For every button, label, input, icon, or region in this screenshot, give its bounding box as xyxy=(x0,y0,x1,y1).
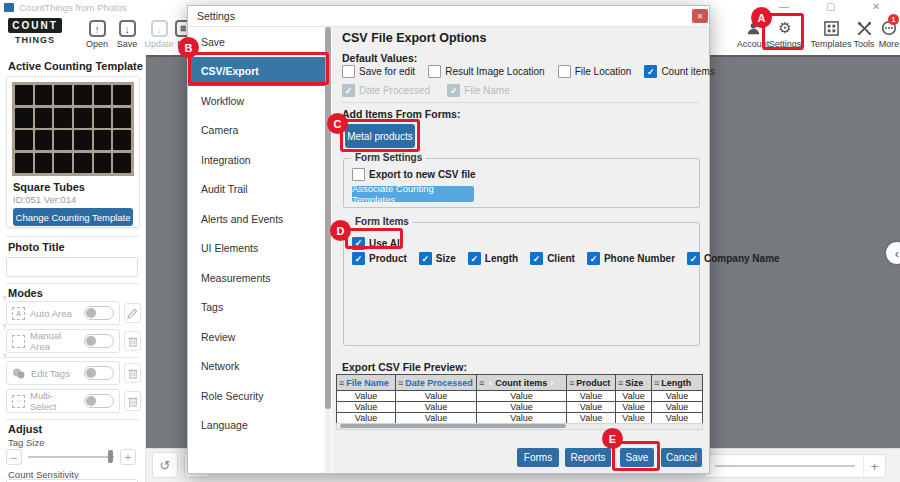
settings-button[interactable]: ⚙ Settings xyxy=(768,19,802,49)
help-icon[interactable]: ? xyxy=(2,352,6,361)
checkbox-icon xyxy=(558,65,571,78)
window-title: CountThings from Photos xyxy=(19,2,127,13)
multi-select-icon: ⁘ xyxy=(12,395,25,408)
checkbox-icon xyxy=(419,252,432,265)
checkbox-phone-number[interactable]: Phone Number xyxy=(587,252,675,265)
column-header-product[interactable]: ≡Product xyxy=(567,375,616,391)
checkbox-product[interactable]: Product xyxy=(352,252,407,265)
column-header-file-name[interactable]: ≡File Name xyxy=(337,375,396,391)
zoom-slider-track[interactable] xyxy=(715,465,855,467)
auto-area-edit-button[interactable] xyxy=(124,303,141,323)
forms-button[interactable]: Forms xyxy=(517,448,559,467)
multi-select-delete-button[interactable] xyxy=(124,391,141,411)
dialog-close-button[interactable]: ✕ xyxy=(692,9,708,23)
csv-preview-table: ≡File Name ≡Date Processed ≡‹Count items… xyxy=(336,374,703,424)
settings-menu-review[interactable]: Review xyxy=(188,322,325,352)
save-label: Save xyxy=(117,39,138,49)
column-menu-icon[interactable]: ≡ xyxy=(398,378,403,388)
undo-button[interactable]: ↺ xyxy=(152,452,178,478)
settings-menu-measurements[interactable]: Measurements xyxy=(188,263,325,293)
multi-select-toggle[interactable] xyxy=(84,394,114,408)
settings-menu-save[interactable]: Save xyxy=(188,27,325,57)
checkbox-date-processed: Date Processed xyxy=(342,84,430,97)
maximize-button[interactable]: ▢ xyxy=(826,1,835,12)
checkbox-use-all[interactable]: Use All xyxy=(352,237,403,250)
account-label: Account xyxy=(737,39,770,49)
tag-size-slider-handle[interactable] xyxy=(108,450,113,463)
modes-title: Modes xyxy=(8,287,43,299)
mode-manual-area[interactable]: Manual Area xyxy=(6,329,120,353)
manual-area-icon xyxy=(12,335,25,348)
checkbox-size[interactable]: Size xyxy=(419,252,456,265)
save-button[interactable]: ↓ Save xyxy=(112,20,142,49)
column-menu-icon[interactable]: ≡ xyxy=(618,378,623,388)
more-label: More xyxy=(879,39,900,49)
change-template-button[interactable]: Change Counting Template xyxy=(13,208,133,226)
default-values-row: Save for edit Result Image Location File… xyxy=(342,65,715,78)
dialog-save-button[interactable]: Save xyxy=(620,448,654,467)
template-name: Square Tubes xyxy=(13,181,133,193)
tools-button[interactable]: Tools xyxy=(850,19,878,49)
settings-menu-workflow[interactable]: Workflow xyxy=(188,86,325,116)
checkbox-result-image-location[interactable]: Result Image Location xyxy=(428,65,545,78)
settings-menu-role-security[interactable]: Role Security xyxy=(188,381,325,411)
mode-auto-area[interactable]: A Auto Area xyxy=(6,301,120,325)
checkbox-icon xyxy=(342,65,355,78)
zoom-slider[interactable]: + xyxy=(704,454,886,478)
column-header-date-processed[interactable]: ≡Date Processed xyxy=(396,375,477,391)
open-button[interactable]: ↑ Open xyxy=(82,20,112,49)
table-row: ValueValueValueValueValueValue xyxy=(337,413,703,424)
zoom-in-button[interactable]: + xyxy=(863,455,885,477)
auto-area-toggle[interactable] xyxy=(84,306,114,320)
manual-area-delete-button[interactable] xyxy=(124,331,141,351)
checkbox-count-items[interactable]: Count items xyxy=(644,65,714,78)
checkbox-file-location[interactable]: File Location xyxy=(558,65,632,78)
column-header-length[interactable]: ≡Length xyxy=(652,375,703,391)
tag-size-minus-button[interactable]: – xyxy=(6,449,22,465)
metal-products-form-button[interactable]: Metal products xyxy=(345,124,415,148)
column-header-size[interactable]: ≡Size xyxy=(616,375,652,391)
tag-size-plus-button[interactable]: + xyxy=(120,449,136,465)
menu-scrollbar-thumb[interactable] xyxy=(325,27,331,409)
settings-menu-language[interactable]: Language xyxy=(188,411,325,441)
minimize-button[interactable]: — xyxy=(779,1,789,12)
settings-menu-audit-trail[interactable]: Audit Trail xyxy=(188,175,325,205)
cancel-button[interactable]: Cancel xyxy=(661,448,702,467)
move-right-icon[interactable]: › xyxy=(550,378,553,388)
column-menu-icon[interactable]: ≡ xyxy=(339,378,344,388)
column-menu-icon[interactable]: ≡ xyxy=(654,378,659,388)
checkbox-export-new-csv[interactable]: Export to new CSV file xyxy=(352,168,476,181)
checkbox-icon xyxy=(530,252,543,265)
settings-menu-ui-elements[interactable]: UI Elements xyxy=(188,234,325,264)
photo-title-input[interactable] xyxy=(6,257,138,277)
trash-icon xyxy=(128,396,138,407)
column-menu-icon[interactable]: ≡ xyxy=(569,378,574,388)
move-left-icon[interactable]: ‹ xyxy=(489,378,492,388)
checkbox-client[interactable]: Client xyxy=(530,252,575,265)
mode-multi-select[interactable]: ⁘ Multi-Select xyxy=(6,389,120,413)
associate-templates-button[interactable]: Associate Counting Templates xyxy=(352,186,474,202)
settings-menu-csv-export[interactable]: CSV/Export xyxy=(188,57,325,87)
table-hscrollbar-thumb[interactable] xyxy=(340,424,566,428)
photo-title-label: Photo Title xyxy=(8,241,65,253)
templates-button[interactable]: Templates xyxy=(810,19,852,49)
settings-menu-camera[interactable]: Camera xyxy=(188,116,325,146)
edit-tags-toggle[interactable] xyxy=(84,366,114,380)
settings-menu-alerts-events[interactable]: Alerts and Events xyxy=(188,204,325,234)
edit-tags-delete-button[interactable] xyxy=(124,363,141,383)
close-button[interactable]: ✕ xyxy=(872,1,880,12)
column-header-count-items[interactable]: ≡‹Count items› xyxy=(477,375,567,391)
mode-edit-tags[interactable]: Edit Tags xyxy=(6,361,120,385)
trash-icon xyxy=(128,368,138,379)
reports-button[interactable]: Reports xyxy=(565,448,611,467)
checkbox-save-for-edit[interactable]: Save for edit xyxy=(342,65,415,78)
tag-size-slider-track[interactable] xyxy=(28,456,114,458)
template-thumbnail xyxy=(12,82,134,176)
settings-menu-network[interactable]: Network xyxy=(188,352,325,382)
settings-menu-tags[interactable]: Tags xyxy=(188,293,325,323)
checkbox-company-name[interactable]: Company Name xyxy=(687,252,780,265)
column-menu-icon[interactable]: ≡ xyxy=(479,378,484,388)
manual-area-toggle[interactable] xyxy=(84,334,114,348)
checkbox-length[interactable]: Length xyxy=(468,252,518,265)
settings-menu-integration[interactable]: Integration xyxy=(188,145,325,175)
